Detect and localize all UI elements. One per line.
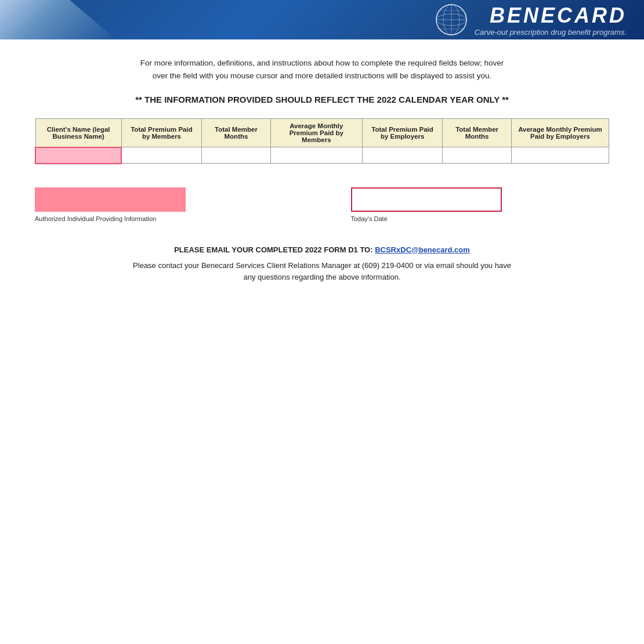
cell-total-premium-employers[interactable] xyxy=(362,147,442,164)
year-notice: ** THE INFORMATION PROVIDED SHOULD REFLE… xyxy=(35,95,609,104)
date-label: Today's Date xyxy=(351,215,388,222)
cell-total-member-months-1[interactable] xyxy=(202,147,271,164)
col-header-total-premium-members: Total Premium Paid by Members xyxy=(121,119,201,147)
header-right-area: BENECARD Carve-out prescription drug ben… xyxy=(434,2,627,37)
globe-icon xyxy=(434,2,469,37)
authorized-individual-section: Authorized Individual Providing Informat… xyxy=(35,187,294,222)
col-header-avg-monthly-employers: Average Monthly Premium Paid by Employer… xyxy=(511,119,609,147)
email-notice-prefix: PLEASE EMAIL YOUR COMPLETED 2022 FORM D1… xyxy=(174,245,375,254)
cell-total-premium-members[interactable] xyxy=(121,147,201,164)
instruction-line2: over the field with you mouse cursor and… xyxy=(35,70,609,82)
cell-avg-monthly-employers[interactable] xyxy=(511,147,609,164)
col-header-total-premium-employers: Total Premium Paid by Employers xyxy=(362,119,442,147)
cell-total-member-months-2[interactable] xyxy=(443,147,512,164)
brand-tagline: Carve-out prescription drug benefit prog… xyxy=(475,28,627,37)
instruction-line1: For more information, definitions, and i… xyxy=(35,57,609,70)
table-header-row: Client's Name (legal Business Name) Tota… xyxy=(35,119,609,147)
authorized-individual-label: Authorized Individual Providing Informat… xyxy=(35,215,294,222)
page-header: BENECARD Carve-out prescription drug ben… xyxy=(0,0,644,39)
contact-text: Please contact your Benecard Services Cl… xyxy=(35,260,609,284)
header-wave-decoration xyxy=(0,0,116,39)
col-header-total-member-months-1: Total Member Months xyxy=(202,119,271,147)
cell-client-name[interactable] xyxy=(35,147,121,164)
contact-line1: Please contact your Benecard Services Cl… xyxy=(35,260,609,272)
col-header-client-name: Client's Name (legal Business Name) xyxy=(35,119,121,147)
table-row-1[interactable] xyxy=(35,147,609,164)
instruction-block: For more information, definitions, and i… xyxy=(35,57,609,82)
main-content: For more information, definitions, and i… xyxy=(0,39,644,307)
brand-name: BENECARD xyxy=(490,3,627,28)
cell-avg-monthly-members[interactable] xyxy=(270,147,362,164)
footer-section: PLEASE EMAIL YOUR COMPLETED 2022 FORM D1… xyxy=(35,245,609,284)
email-notice: PLEASE EMAIL YOUR COMPLETED 2022 FORM D1… xyxy=(35,245,609,254)
col-header-avg-monthly-members: Average Monthly Premium Paid by Members xyxy=(270,119,362,147)
signature-section: Authorized Individual Providing Informat… xyxy=(35,187,609,222)
col-header-total-member-months-2: Total Member Months xyxy=(443,119,512,147)
data-table: Client's Name (legal Business Name) Tota… xyxy=(35,118,609,164)
email-link[interactable]: BCSRxDC@benecard.com xyxy=(375,245,470,254)
date-section: Today's Date xyxy=(351,187,610,222)
date-input[interactable] xyxy=(351,187,502,212)
authorized-individual-input[interactable] xyxy=(35,187,186,212)
contact-line2: any questions regarding the above inform… xyxy=(35,272,609,284)
header-logo: BENECARD Carve-out prescription drug ben… xyxy=(475,3,627,37)
